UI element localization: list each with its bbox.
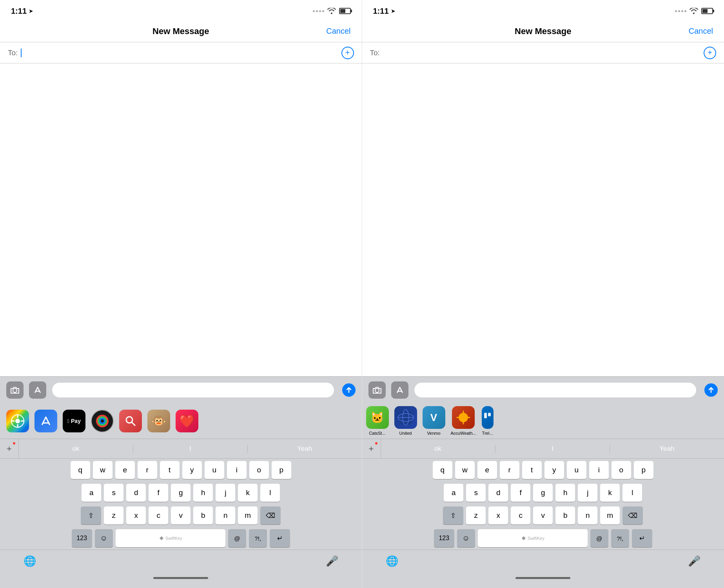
appstore-app-icon[interactable] (34, 410, 57, 432)
key-p-left[interactable]: p (272, 461, 291, 479)
key-b-left[interactable]: b (193, 506, 213, 524)
key-t-left[interactable]: t (160, 461, 180, 479)
key-d-left[interactable]: d (126, 484, 146, 502)
key-o-right[interactable]: o (611, 461, 631, 479)
key-p-right[interactable]: p (634, 461, 653, 479)
key-k-left[interactable]: k (238, 484, 258, 502)
photos-app-icon[interactable] (6, 410, 29, 432)
pred-ok-left[interactable]: ok (19, 445, 133, 453)
predictive-plus-right[interactable]: + (362, 439, 381, 458)
appstore-small-button-right[interactable] (391, 381, 408, 399)
key-punct-right[interactable]: ?!, (611, 529, 629, 547)
key-m-left[interactable]: m (238, 506, 258, 524)
add-recipient-button-right[interactable]: + (704, 47, 716, 59)
cats-app-icon[interactable]: 🐱 CatsSt... (366, 406, 389, 436)
key-g-left[interactable]: g (171, 484, 191, 502)
key-c-left[interactable]: c (149, 506, 168, 524)
accuweather-app-icon[interactable]: AccuWeath... (451, 406, 476, 436)
to-field-left[interactable]: To: + (0, 42, 362, 64)
mic-icon-left[interactable]: 🎤 (326, 555, 338, 567)
key-l-right[interactable]: l (622, 484, 642, 502)
mic-icon-right[interactable]: 🎤 (688, 555, 700, 567)
key-shift-left[interactable]: ⇧ (81, 506, 101, 524)
key-r-right[interactable]: r (500, 461, 519, 479)
key-v-left[interactable]: v (171, 506, 191, 524)
key-t-right[interactable]: t (522, 461, 542, 479)
pred-yeah-right[interactable]: Yeah (610, 445, 724, 453)
key-i-left[interactable]: i (227, 461, 247, 479)
key-x-right[interactable]: x (488, 506, 508, 524)
pred-i-left[interactable]: I (133, 445, 248, 453)
key-return-left[interactable]: ↵ (270, 529, 290, 547)
key-f-right[interactable]: f (511, 484, 530, 502)
key-l-left[interactable]: l (260, 484, 280, 502)
key-backspace-right[interactable]: ⌫ (622, 506, 643, 524)
key-q-right[interactable]: q (433, 461, 452, 479)
key-o-left[interactable]: o (249, 461, 269, 479)
key-a-left[interactable]: a (82, 484, 101, 502)
predictive-plus-left[interactable]: + (0, 439, 19, 458)
key-q-left[interactable]: q (71, 461, 90, 479)
search-app-icon[interactable] (119, 410, 142, 432)
key-n-left[interactable]: n (216, 506, 235, 524)
key-j-right[interactable]: j (578, 484, 597, 502)
message-input-right[interactable] (414, 382, 697, 398)
key-space-right[interactable]: SwiftKey (478, 529, 588, 547)
key-c-right[interactable]: c (511, 506, 530, 524)
camera-button-left[interactable] (6, 381, 24, 399)
key-n-right[interactable]: n (578, 506, 597, 524)
heart-app-icon[interactable]: ❤️ (176, 410, 198, 432)
to-field-right[interactable]: To: + (362, 42, 724, 64)
key-s-left[interactable]: s (104, 484, 123, 502)
key-z-right[interactable]: z (466, 506, 486, 524)
activity-app-icon[interactable] (91, 410, 114, 432)
message-area-right[interactable] (362, 64, 724, 376)
key-i-right[interactable]: i (589, 461, 609, 479)
message-area-left[interactable] (0, 64, 362, 376)
applepay-app-icon[interactable]:  Pay (63, 410, 85, 432)
key-y-right[interactable]: y (544, 461, 564, 479)
key-space-left[interactable]: SwiftKey (116, 529, 225, 547)
monkey-app-icon[interactable]: 🐵 (147, 410, 170, 432)
key-r-left[interactable]: r (138, 461, 157, 479)
trello-app-icon[interactable]: Trel... (482, 406, 494, 436)
key-e-left[interactable]: e (115, 461, 135, 479)
key-d-right[interactable]: d (488, 484, 508, 502)
key-m-right[interactable]: m (600, 506, 620, 524)
key-w-left[interactable]: w (93, 461, 113, 479)
send-button-left[interactable] (342, 383, 356, 397)
key-x-left[interactable]: x (126, 506, 146, 524)
key-z-left[interactable]: z (104, 506, 123, 524)
key-k-right[interactable]: k (600, 484, 620, 502)
key-numbers-right[interactable]: 123 (434, 529, 454, 547)
pred-ok-right[interactable]: ok (381, 445, 495, 453)
camera-button-right[interactable] (368, 381, 386, 399)
key-at-right[interactable]: @ (590, 529, 608, 547)
key-backspace-left[interactable]: ⌫ (260, 506, 281, 524)
key-g-right[interactable]: g (533, 484, 553, 502)
key-punct-left[interactable]: ?!, (249, 529, 267, 547)
globe-icon-left[interactable]: 🌐 (24, 555, 36, 567)
key-emoji-left[interactable]: ☺ (95, 529, 113, 547)
united-app-icon[interactable]: United (394, 406, 417, 436)
key-return-right[interactable]: ↵ (632, 529, 652, 547)
key-v-right[interactable]: v (533, 506, 553, 524)
appstore-small-button-left[interactable] (29, 381, 46, 399)
key-y-left[interactable]: y (182, 461, 202, 479)
key-a-right[interactable]: a (444, 484, 463, 502)
key-h-right[interactable]: h (555, 484, 575, 502)
key-j-left[interactable]: j (216, 484, 235, 502)
key-f-left[interactable]: f (149, 484, 168, 502)
key-u-left[interactable]: u (205, 461, 224, 479)
send-button-right[interactable] (704, 383, 718, 397)
key-e-right[interactable]: e (477, 461, 497, 479)
key-shift-right[interactable]: ⇧ (443, 506, 463, 524)
cancel-button-left[interactable]: Cancel (326, 27, 350, 36)
key-b-right[interactable]: b (555, 506, 575, 524)
cancel-button-right[interactable]: Cancel (689, 27, 713, 36)
globe-icon-right[interactable]: 🌐 (386, 555, 398, 567)
message-input-left[interactable] (52, 382, 334, 398)
venmo-app-icon[interactable]: V Venmo (423, 406, 445, 436)
pred-i-right[interactable]: I (495, 445, 610, 453)
key-numbers-left[interactable]: 123 (72, 529, 92, 547)
